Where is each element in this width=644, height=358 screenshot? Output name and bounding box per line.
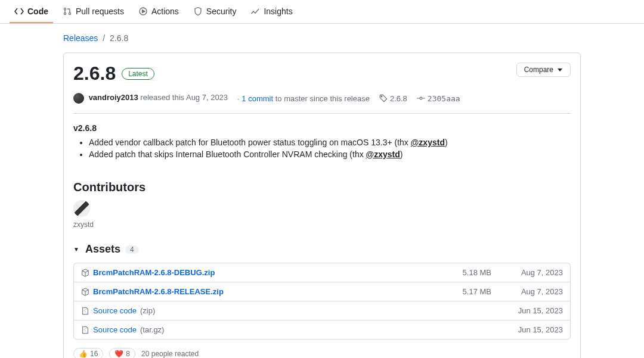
tag-name[interactable]: 2.6.8	[390, 94, 407, 103]
asset-link[interactable]: BrcmPatchRAM-2.6.8-RELEASE.zip	[93, 287, 224, 296]
triangle-down-icon: ▼	[73, 246, 79, 253]
asset-size: 5.18 MB	[420, 268, 491, 277]
commits-link[interactable]: 1 commit	[242, 94, 273, 103]
asset-date: Jun 15, 2023	[491, 306, 563, 315]
file-zip-icon	[81, 307, 89, 315]
nav-label: Security	[206, 7, 237, 16]
contributor-avatar	[73, 200, 90, 217]
breadcrumb-root-link[interactable]: Releases	[63, 33, 98, 43]
reaction-heart[interactable]: ❤️ 8	[109, 348, 135, 358]
author-avatar[interactable]	[73, 93, 84, 104]
nav-pull-requests[interactable]: Pull requests	[58, 0, 129, 23]
nav-label: Actions	[151, 7, 179, 16]
asset-row: BrcmPatchRAM-2.6.8-RELEASE.zip 5.17 MB A…	[74, 282, 570, 301]
triangle-down-icon	[557, 67, 563, 73]
reactions-bar: 👍 16 ❤️ 8 20 people reacted	[73, 348, 571, 358]
asset-row: Source code (tar.gz) Jun 15, 2023	[74, 320, 570, 339]
commits-prefix: ·	[237, 94, 240, 103]
released-text: released this Aug 7, 2023	[140, 93, 228, 102]
contributor-name[interactable]: zxystd	[73, 220, 571, 229]
nav-insights[interactable]: Insights	[246, 0, 297, 23]
latest-badge: Latest	[122, 68, 154, 80]
release-meta: vandroiy2013 released this Aug 7, 2023 ·…	[73, 93, 571, 114]
assets-list: BrcmPatchRAM-2.6.8-DEBUG.zip 5.18 MB Aug…	[73, 263, 571, 340]
nav-security[interactable]: Security	[188, 0, 242, 23]
release-title: 2.6.8	[73, 63, 116, 85]
mention-link[interactable]: @zxystd	[366, 150, 400, 159]
shield-icon	[193, 7, 203, 16]
code-icon	[14, 7, 24, 16]
asset-row: BrcmPatchRAM-2.6.8-DEBUG.zip 5.18 MB Aug…	[74, 263, 570, 282]
breadcrumb: Releases / 2.6.8	[63, 24, 581, 52]
release-panel: 2.6.8 Latest Compare vandroiy2013 releas…	[63, 52, 581, 358]
assets-count: 4	[125, 245, 139, 254]
asset-link[interactable]: BrcmPatchRAM-2.6.8-DEBUG.zip	[93, 268, 215, 277]
assets-section: ▼ Assets 4 BrcmPatchRAM-2.6.8-DEBUG.zip …	[73, 243, 571, 340]
tag-icon	[379, 94, 388, 102]
graph-icon	[250, 7, 260, 16]
asset-date: Jun 15, 2023	[491, 325, 563, 334]
assets-toggle[interactable]: ▼ Assets 4	[73, 243, 571, 256]
asset-ext: (zip)	[140, 306, 155, 315]
nav-label: Code	[27, 7, 48, 16]
compare-button[interactable]: Compare	[516, 63, 571, 77]
reaction-count: 8	[126, 350, 130, 358]
package-icon	[81, 269, 89, 277]
nav-label: Pull requests	[76, 7, 124, 16]
nav-code[interactable]: Code	[10, 0, 53, 23]
heart-icon: ❤️	[114, 350, 123, 358]
release-body: v2.6.8 Added vendor callback patch for B…	[73, 114, 571, 166]
asset-size: 5.17 MB	[420, 287, 491, 296]
compare-label: Compare	[524, 66, 553, 74]
commit-icon	[417, 94, 425, 102]
svg-point-1	[64, 13, 66, 14]
asset-link[interactable]: Source code	[93, 325, 137, 334]
file-zip-icon	[81, 326, 89, 334]
contributor-avatar-link[interactable]	[73, 200, 571, 217]
svg-point-4	[381, 96, 382, 97]
git-pull-request-icon	[63, 7, 72, 16]
commits-suffix: to master since this release	[275, 94, 370, 103]
nav-actions[interactable]: Actions	[134, 0, 184, 23]
commit-sha[interactable]: 2305aaa	[428, 94, 460, 103]
asset-date: Aug 7, 2023	[491, 287, 563, 296]
asset-link[interactable]: Source code	[93, 306, 137, 315]
mention-link[interactable]: @zxystd	[411, 138, 445, 147]
asset-date: Aug 7, 2023	[491, 268, 563, 277]
author-link[interactable]: vandroiy2013	[89, 93, 138, 102]
nav-label: Insights	[264, 7, 292, 16]
reaction-count: 16	[90, 350, 98, 358]
reaction-thumbsup[interactable]: 👍 16	[73, 348, 103, 358]
play-icon	[138, 7, 148, 16]
asset-row: Source code (zip) Jun 15, 2023	[74, 301, 570, 320]
svg-point-5	[420, 97, 422, 99]
asset-ext: (tar.gz)	[140, 325, 164, 334]
package-icon	[81, 288, 89, 296]
breadcrumb-current: 2.6.8	[110, 33, 128, 43]
contributors-heading: Contributors	[73, 180, 571, 194]
repo-nav: Code Pull requests Actions Security Insi…	[0, 0, 644, 24]
breadcrumb-separator: /	[103, 33, 105, 43]
assets-heading: Assets	[85, 243, 120, 256]
version-header: v2.6.8	[73, 123, 571, 133]
reaction-summary: 20 people reacted	[141, 350, 199, 358]
changelog-item: Added patch that skips Internal Bluetoot…	[89, 150, 571, 159]
contributors-section: Contributors zxystd	[73, 180, 571, 229]
svg-point-2	[69, 13, 70, 14]
changelog-item: Added vendor callback patch for Bluetoot…	[89, 138, 571, 147]
svg-point-0	[64, 8, 66, 10]
thumbsup-icon: 👍	[79, 350, 88, 358]
